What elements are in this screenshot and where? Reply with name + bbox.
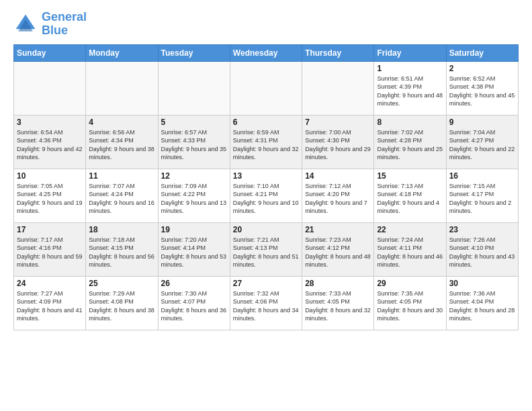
calendar-cell: 24Sunrise: 7:27 AM Sunset: 4:09 PM Dayli… [14,276,86,330]
weekday-saturday: Saturday [446,44,518,61]
day-info: Sunrise: 7:26 AM Sunset: 4:10 PM Dayligh… [449,236,515,269]
day-info: Sunrise: 7:27 AM Sunset: 4:09 PM Dayligh… [17,289,83,323]
weekday-friday: Friday [374,44,446,61]
day-info: Sunrise: 7:21 AM Sunset: 4:13 PM Dayligh… [233,236,299,269]
day-info: Sunrise: 7:09 AM Sunset: 4:22 PM Dayligh… [161,182,227,216]
calendar-cell: 14Sunrise: 7:12 AM Sunset: 4:20 PM Dayli… [302,169,374,222]
day-number: 12 [161,171,227,181]
calendar-header: SundayMondayTuesdayWednesdayThursdayFrid… [14,44,519,61]
day-number: 10 [17,171,83,181]
calendar-cell: 5Sunrise: 6:57 AM Sunset: 4:33 PM Daylig… [158,115,230,169]
day-number: 8 [377,118,443,127]
calendar-cell: 2Sunrise: 6:52 AM Sunset: 4:38 PM Daylig… [446,61,518,115]
calendar-cell: 29Sunrise: 7:35 AM Sunset: 4:05 PM Dayli… [374,276,446,330]
calendar-cell: 1Sunrise: 6:51 AM Sunset: 4:39 PM Daylig… [374,61,446,115]
day-number: 15 [377,171,443,181]
calendar-week-3: 17Sunrise: 7:17 AM Sunset: 4:16 PM Dayli… [14,222,519,276]
calendar-cell: 17Sunrise: 7:17 AM Sunset: 4:16 PM Dayli… [14,222,86,276]
day-info: Sunrise: 7:18 AM Sunset: 4:15 PM Dayligh… [89,236,154,269]
day-number: 11 [89,171,154,181]
calendar-cell: 25Sunrise: 7:29 AM Sunset: 4:08 PM Dayli… [86,276,158,330]
calendar-week-4: 24Sunrise: 7:27 AM Sunset: 4:09 PM Dayli… [14,276,519,330]
calendar-cell: 18Sunrise: 7:18 AM Sunset: 4:15 PM Dayli… [86,222,158,276]
day-info: Sunrise: 7:20 AM Sunset: 4:14 PM Dayligh… [161,236,227,269]
day-number: 23 [449,225,515,234]
day-number: 22 [377,225,443,234]
calendar-cell: 23Sunrise: 7:26 AM Sunset: 4:10 PM Dayli… [446,222,518,276]
weekday-sunday: Sunday [14,44,86,61]
calendar-cell: 30Sunrise: 7:36 AM Sunset: 4:04 PM Dayli… [446,276,518,330]
calendar-cell: 27Sunrise: 7:32 AM Sunset: 4:06 PM Dayli… [230,276,302,330]
day-info: Sunrise: 7:30 AM Sunset: 4:07 PM Dayligh… [161,289,227,323]
day-info: Sunrise: 7:04 AM Sunset: 4:27 PM Dayligh… [449,128,515,162]
calendar-week-1: 3Sunrise: 6:54 AM Sunset: 4:36 PM Daylig… [14,115,519,169]
calendar-cell: 12Sunrise: 7:09 AM Sunset: 4:22 PM Dayli… [158,169,230,222]
day-info: Sunrise: 6:52 AM Sunset: 4:38 PM Dayligh… [449,75,515,108]
day-info: Sunrise: 7:07 AM Sunset: 4:24 PM Dayligh… [89,182,154,216]
day-info: Sunrise: 7:29 AM Sunset: 4:08 PM Dayligh… [89,289,154,323]
day-number: 1 [377,64,443,73]
calendar-cell: 13Sunrise: 7:10 AM Sunset: 4:21 PM Dayli… [230,169,302,222]
day-info: Sunrise: 7:05 AM Sunset: 4:25 PM Dayligh… [17,182,83,216]
calendar-cell: 26Sunrise: 7:30 AM Sunset: 4:07 PM Dayli… [158,276,230,330]
day-number: 24 [17,279,83,288]
day-number: 16 [449,171,515,181]
day-info: Sunrise: 7:17 AM Sunset: 4:16 PM Dayligh… [17,236,83,269]
day-info: Sunrise: 7:32 AM Sunset: 4:06 PM Dayligh… [233,289,299,323]
day-number: 7 [305,118,371,127]
day-number: 5 [161,118,227,127]
day-number: 28 [305,279,371,288]
weekday-monday: Monday [86,44,158,61]
day-info: Sunrise: 6:51 AM Sunset: 4:39 PM Dayligh… [377,75,443,108]
day-info: Sunrise: 6:56 AM Sunset: 4:34 PM Dayligh… [89,128,154,162]
calendar-cell: 8Sunrise: 7:02 AM Sunset: 4:28 PM Daylig… [374,115,446,169]
day-info: Sunrise: 7:35 AM Sunset: 4:05 PM Dayligh… [377,289,443,323]
day-info: Sunrise: 7:00 AM Sunset: 4:30 PM Dayligh… [305,128,371,162]
weekday-tuesday: Tuesday [158,44,230,61]
day-number: 9 [449,118,515,127]
calendar-cell: 22Sunrise: 7:24 AM Sunset: 4:11 PM Dayli… [374,222,446,276]
day-number: 6 [233,118,299,127]
day-info: Sunrise: 7:10 AM Sunset: 4:21 PM Dayligh… [233,182,299,216]
day-number: 30 [449,279,515,288]
calendar-body: 1Sunrise: 6:51 AM Sunset: 4:39 PM Daylig… [14,61,519,330]
day-info: Sunrise: 7:36 AM Sunset: 4:04 PM Dayligh… [449,289,515,323]
calendar-cell: 9Sunrise: 7:04 AM Sunset: 4:27 PM Daylig… [446,115,518,169]
day-number: 26 [161,279,227,288]
calendar-cell: 16Sunrise: 7:15 AM Sunset: 4:17 PM Dayli… [446,169,518,222]
day-number: 3 [17,118,83,127]
calendar-cell: 7Sunrise: 7:00 AM Sunset: 4:30 PM Daylig… [302,115,374,169]
calendar-cell [302,61,374,115]
day-info: Sunrise: 7:12 AM Sunset: 4:20 PM Dayligh… [305,182,371,216]
day-info: Sunrise: 7:13 AM Sunset: 4:18 PM Dayligh… [377,182,443,216]
calendar-cell [230,61,302,115]
day-number: 25 [89,279,154,288]
calendar-cell: 15Sunrise: 7:13 AM Sunset: 4:18 PM Dayli… [374,169,446,222]
day-number: 27 [233,279,299,288]
calendar-cell: 11Sunrise: 7:07 AM Sunset: 4:24 PM Dayli… [86,169,158,222]
calendar-cell: 4Sunrise: 6:56 AM Sunset: 4:34 PM Daylig… [86,115,158,169]
day-number: 13 [233,171,299,181]
calendar-cell: 20Sunrise: 7:21 AM Sunset: 4:13 PM Dayli… [230,222,302,276]
logo-text: General Blue [42,11,87,38]
weekday-wednesday: Wednesday [230,44,302,61]
calendar-cell: 10Sunrise: 7:05 AM Sunset: 4:25 PM Dayli… [14,169,86,222]
calendar-cell [158,61,230,115]
weekday-thursday: Thursday [302,44,374,61]
day-number: 2 [449,64,515,73]
day-info: Sunrise: 6:57 AM Sunset: 4:33 PM Dayligh… [161,128,227,162]
calendar-table: SundayMondayTuesdayWednesdayThursdayFrid… [13,44,519,330]
day-info: Sunrise: 6:54 AM Sunset: 4:36 PM Dayligh… [17,128,83,162]
day-number: 18 [89,225,154,234]
logo: General Blue [13,11,87,38]
day-info: Sunrise: 7:24 AM Sunset: 4:11 PM Dayligh… [377,236,443,269]
calendar-cell: 6Sunrise: 6:59 AM Sunset: 4:31 PM Daylig… [230,115,302,169]
header: General Blue [13,11,519,38]
day-number: 20 [233,225,299,234]
calendar-cell: 19Sunrise: 7:20 AM Sunset: 4:14 PM Dayli… [158,222,230,276]
calendar-cell: 3Sunrise: 6:54 AM Sunset: 4:36 PM Daylig… [14,115,86,169]
calendar-cell [14,61,86,115]
page: General Blue SundayMondayTuesdayWednesda… [0,0,532,411]
day-number: 19 [161,225,227,234]
day-number: 29 [377,279,443,288]
